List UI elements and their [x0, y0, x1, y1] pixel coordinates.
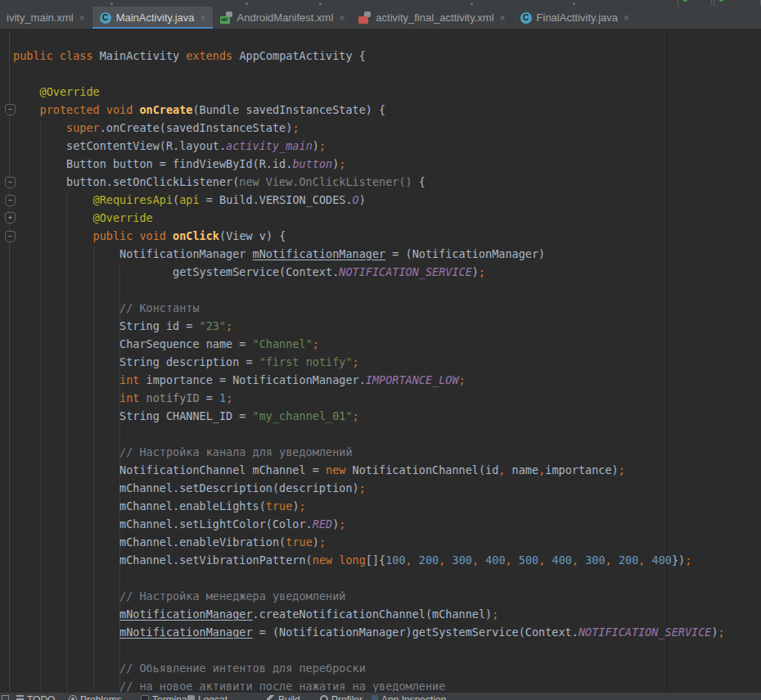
editor-tab-activity-final-acttivity-xml[interactable]: activity_final_acttivity.xml×	[352, 7, 512, 29]
tab-close-icon[interactable]: ×	[339, 12, 344, 24]
statusbar-item-app-inspection[interactable]: App Inspection	[371, 694, 446, 700]
editor-tab-mainactivity-java[interactable]: MainActivity.java×	[92, 7, 214, 29]
editor-tab-androidmanifest-xml[interactable]: AndroidManifest.xml×	[214, 7, 353, 29]
code-token: extends	[186, 49, 232, 62]
code-token: super	[66, 121, 100, 134]
code-line: // Настройка менеджера уведомлений	[0, 587, 761, 605]
code-line: // Обьявление интентов для переброски	[0, 659, 761, 677]
editor-tab-finalacttivity-java[interactable]: FinalActtivity.java×	[513, 7, 637, 29]
code-token	[13, 301, 119, 314]
code-token	[13, 193, 93, 206]
tab-label: AndroidManifest.xml	[237, 11, 334, 24]
code-token	[13, 625, 119, 639]
code-line: mNotificationManager = (NotificationMana…	[0, 623, 761, 641]
code-token: mChannel.setVibrationPattern(	[13, 553, 313, 567]
tab-label: FinalActtivity.java	[537, 11, 618, 24]
tab-close-icon[interactable]: ×	[500, 12, 506, 24]
code-token: mNotificationManager	[119, 607, 253, 621]
code-token: "Channel"	[253, 337, 313, 350]
code-token: api	[179, 193, 199, 206]
problems-icon	[69, 695, 77, 700]
code-token: ,	[472, 553, 479, 567]
editor-tab-ivity-main-xml[interactable]: ivity_main.xml×	[0, 7, 92, 29]
code-token: CharSequence name =	[13, 337, 253, 350]
statusbar-item-todo[interactable]: TODO	[16, 694, 55, 700]
tab-close-icon[interactable]: ×	[624, 12, 629, 24]
code-line: @Override	[0, 83, 761, 101]
java-class-icon	[520, 11, 533, 25]
statusbar-item-build[interactable]: Build	[267, 694, 300, 700]
build-icon	[267, 695, 275, 700]
code-token: public class	[13, 49, 93, 62]
code-token: new	[326, 463, 345, 476]
code-token: onCreate	[139, 103, 192, 116]
debug-button-group[interactable]	[714, 0, 761, 7]
code-token: 100	[385, 553, 405, 567]
code-token: mChannel.setDescription(description)	[13, 481, 359, 495]
appins-icon	[371, 695, 378, 700]
code-token	[13, 589, 119, 603]
toolbar-dot-icon	[110, 2, 113, 5]
code-token: = Build.VERSION_CODES.	[200, 193, 353, 206]
code-token: )	[313, 139, 319, 152]
todo-icon	[16, 695, 24, 700]
code-line: public class MainActivity extends AppCom…	[0, 47, 761, 65]
code-token: importance)	[545, 463, 618, 476]
statusbar-item-logcat[interactable]: Logcat	[187, 694, 227, 700]
statusbar-label: Terminal	[152, 694, 189, 700]
code-token: ;	[353, 355, 359, 368]
code-token: 300	[453, 553, 472, 567]
logcat-icon	[187, 695, 195, 700]
code-token: = (NotificationManager)	[385, 247, 545, 260]
statusbar-item-window[interactable]	[2, 694, 12, 700]
code-token: .onCreate(savedInstanceState)	[100, 121, 293, 134]
code-token: []{	[366, 553, 385, 567]
fold-marker[interactable]: −	[5, 231, 16, 242]
code-line: mNotificationManager.createNotificationC…	[0, 605, 761, 623]
tab-close-icon[interactable]: ×	[200, 12, 205, 24]
run-button-group[interactable]	[678, 0, 712, 7]
code-token: true	[266, 499, 293, 513]
code-token: NotificationChannel(id	[345, 463, 498, 476]
code-line: setContentView(R.layout.activity_main);	[0, 137, 761, 155]
code-token: =	[200, 391, 219, 404]
code-line: Button button = findViewById(R.id.button…	[0, 155, 761, 173]
code-token: O	[353, 193, 359, 206]
code-token	[13, 103, 40, 116]
code-token: public void	[93, 229, 166, 242]
code-token	[13, 607, 119, 621]
statusbar-item-problems[interactable]: Problems	[69, 694, 122, 700]
code-token: getSystemService(Context.	[13, 265, 339, 278]
code-token: int	[119, 391, 139, 404]
toolbar-dot-icon	[245, 2, 248, 5]
fold-marker[interactable]: +	[5, 212, 16, 224]
fold-marker[interactable]: −	[5, 177, 16, 188]
code-token: ;	[339, 517, 345, 531]
fold-marker[interactable]: −	[5, 195, 16, 206]
code-editor[interactable]: public class MainActivity extends AppCom…	[0, 29, 761, 692]
code-token	[645, 553, 651, 567]
fold-marker[interactable]: −	[5, 104, 16, 115]
tab-close-icon[interactable]: ×	[79, 12, 85, 24]
statusbar-label: Build	[278, 694, 300, 700]
code-token: ;	[359, 481, 366, 495]
code-token: NOTIFICATION_SERVICE	[339, 265, 472, 278]
manifest-icon	[220, 11, 233, 25]
code-token: 200	[419, 553, 439, 567]
statusbar-item-terminal[interactable]: Terminal	[141, 694, 189, 700]
code-line: super.onCreate(savedInstanceState);	[0, 119, 761, 137]
code-token: )	[711, 625, 718, 639]
code-token: ;	[492, 607, 498, 621]
code-token: name	[505, 463, 538, 476]
toolbar-strip	[0, 0, 761, 7]
code-line: @RequiresApi(api = Build.VERSION_CODES.O…	[0, 191, 761, 209]
code-token: ,	[572, 553, 579, 567]
code-token: "first notify"	[259, 355, 353, 368]
code-token: onClick	[173, 229, 219, 242]
code-line: mChannel.enableLights(true);	[0, 497, 761, 515]
code-line: // Константы	[0, 299, 761, 317]
statusbar-item-profiler[interactable]: Profiler	[320, 694, 362, 700]
status-bar: TODOProblemsTerminalLogcatBuildProfilerA…	[0, 692, 761, 700]
code-token: 300	[585, 553, 605, 567]
code-token: mChannel.enableLights(	[13, 499, 266, 513]
